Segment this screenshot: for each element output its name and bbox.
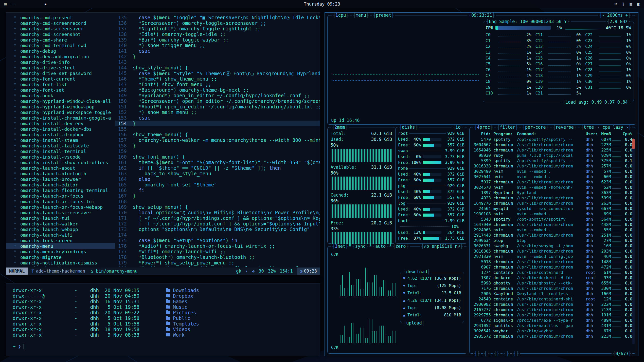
process-row[interactable]: 6907 chromium /usr/lib/chromium/chrom dh… (473, 264, 632, 270)
process-row[interactable]: 3016338 chromium /usr/lib/chromium/chrom… (473, 163, 632, 169)
tree-item[interactable]: * omarchy-launch-about (6, 165, 115, 171)
terminal-window[interactable]: drwxr-xr-x - dhh 20 Nov 09:15 Downloads … (6, 283, 320, 356)
tree-item[interactable]: * omarchy-lock-screen (6, 238, 115, 243)
tree-item[interactable]: * omarchy-menu-keybindings (6, 249, 115, 254)
header-memb[interactable]: MemB (599, 131, 611, 136)
workspace-button[interactable] (19, 4, 24, 4)
tree-item[interactable]: * omarchy-launch-wifi (6, 232, 115, 238)
process-row[interactable]: 5998 ghostty /usr/bin/ghostty --gtk- dhh… (473, 280, 632, 286)
workspace-button[interactable] (27, 4, 32, 4)
process-row[interactable]: 98930 ruby puma 7.1.0 (tcp://local dhh 9… (473, 153, 632, 158)
header-cpu[interactable]: Cpu% (622, 131, 632, 136)
process-row[interactable]: 24564 mysqld mysqld --max-connection 999… (473, 206, 632, 211)
process-row[interactable]: 5470 spotify /opt/spotify/spotify -- dhh… (473, 137, 632, 142)
io-tab[interactable]: io (452, 125, 464, 130)
auto-button[interactable]: auto (371, 244, 389, 249)
tree-item[interactable]: * omarchy-hyprland-window-pop (6, 104, 115, 109)
process-row[interactable]: 2935572 chromium /usr/lib/chromium/chrom… (473, 334, 632, 339)
process-row[interactable]: 2924063 nvim nvim --embed . dhh 55M 0.0 (473, 227, 632, 233)
network-icon[interactable]: ⇄ (614, 2, 617, 7)
tree-item[interactable]: * omarchy-install-steam (6, 137, 115, 143)
stats-icon[interactable]: ▦ (630, 2, 632, 7)
tree-item[interactable]: * omarchy-migrate (6, 254, 115, 260)
tree-item[interactable]: * omarchy-launch-tui (6, 215, 115, 221)
header-pid[interactable]: Pid: (473, 131, 491, 136)
tree-item[interactable]: * omarchy-pkg-add (6, 265, 115, 267)
menu-button[interactable]: menu (352, 13, 370, 18)
tree-item[interactable]: * omarchy-launch-bluetooth (6, 171, 115, 176)
tree-item[interactable]: * omarchy-launch-floating-terminal (6, 187, 115, 193)
disks-tab[interactable]: disks (398, 125, 419, 130)
process-row[interactable]: 1649776 chromium /usr/lib/chromium/chrom… (473, 201, 632, 206)
tree-item[interactable]: * omarchy-menu (6, 243, 115, 249)
footer-action-button[interactable] (503, 351, 510, 356)
process-row[interactable]: 1897 Hyprland Hyprland dhh 363M 0.0 (473, 190, 632, 195)
process-row[interactable]: 3026531 swaybg /usr/bin/swaybg -i /hom d… (473, 243, 632, 249)
process-row[interactable]: 3004667 chromium /usr/lib/chromium/chrom… (473, 142, 632, 147)
tree-item[interactable]: * omarchy-install-chromium-google-a (6, 115, 115, 121)
tree-item[interactable]: * omarchy-cmd-present (6, 15, 115, 20)
header-program[interactable]: Program: (493, 131, 517, 136)
tree-item[interactable]: * omarchy-launch-or-focus-webapp (6, 204, 115, 210)
tree-item[interactable]: * omarchy-debug (6, 48, 115, 54)
process-scrollbar[interactable] (632, 139, 635, 344)
process-row[interactable]: 2930982 chromium /usr/lib/chromium/chrom… (473, 302, 632, 307)
interval-plus-button[interactable]: + (625, 13, 628, 18)
tree-item[interactable]: * omarchy-dev-add-migration (6, 54, 115, 59)
tree-item[interactable]: * omarchy-drive-info (6, 59, 115, 65)
process-row[interactable]: 1930108 nvim nvim --embed . dhh 69M 0.0 (473, 211, 632, 217)
process-row[interactable]: 3026541 waybar /usr/bin/waybar dhh 67M 0… (473, 328, 632, 334)
tree-item[interactable]: * omarchy-drive-set-password (6, 70, 115, 76)
tree-item[interactable]: * omarchy-hyprland-workspace-toggle (6, 109, 115, 115)
tree-item[interactable]: * omarchy-launch-screensaver (6, 210, 115, 215)
tree-item[interactable]: * omarchy-cmd-screenshot (6, 31, 115, 37)
tree-item[interactable]: * omarchy-launch-or-focus-tui (6, 199, 115, 204)
tree-item[interactable]: * omarchy-notification-dismiss (6, 260, 115, 265)
tree-item[interactable]: * omarchy-cmd-screenrecord (6, 20, 115, 26)
process-row[interactable]: 24540 containe /usr/bin/containerd-shi r… (473, 296, 632, 302)
interval-minus-button[interactable]: - (602, 13, 604, 18)
process-row[interactable]: 3027641 nvim nvim --embed . dhh 60M 0.0 (473, 174, 632, 179)
header-command[interactable]: Command: (517, 131, 586, 136)
process-row[interactable]: 6772 signal-d /proc/self/exe --type=r dh… (473, 318, 632, 323)
process-row[interactable]: 2167277 chromium /usr/lib/chromium/chrom… (473, 307, 632, 312)
zero-button[interactable]: zero (391, 244, 409, 249)
code-editor[interactable]: 135 case $(menu "Toggle" "▣ Screensaver\… (115, 15, 320, 267)
sort-selector[interactable]: ‹ cpu lazy › (594, 125, 632, 130)
process-row[interactable]: 3029490 nvim nvim --embed . dhh 57M 0.0 (473, 169, 632, 174)
process-row[interactable]: 1274 containe /usr/bin/containerd root 6… (473, 270, 632, 275)
tree-item[interactable]: * omarchy-hyprland-window-close-all (6, 98, 115, 104)
tree-item[interactable]: * omarchy-install-dropbox (6, 132, 115, 137)
tree-item[interactable]: * omarchy-install-terminal (6, 148, 115, 154)
tree-item[interactable]: * omarchy-hook (6, 93, 115, 98)
footer-action-button[interactable] (483, 351, 491, 356)
filter-button[interactable]: filter (496, 125, 519, 130)
process-row[interactable]: 7176 chromium /usr/lib/chromium/chrom dh… (473, 286, 632, 291)
process-row[interactable]: 3016305 chromium /usr/lib/chromium/chrom… (473, 249, 632, 254)
volume-icon[interactable]: ◧ (637, 2, 640, 7)
reverse-button[interactable]: reverse (552, 125, 578, 130)
shell-prompt[interactable]: ~ ❯ (13, 343, 320, 349)
process-row[interactable]: 2006 Xwayland Xwayland :1 -rootless - dh… (473, 291, 632, 296)
process-row[interactable]: 2941052 nautilus /usr/bin/nautilus --gap… (473, 323, 632, 328)
footer-action-button[interactable] (493, 351, 500, 356)
tree-item[interactable]: * omarchy-install-docker-dbs (6, 126, 115, 132)
tree-item[interactable]: * omarchy-launch-walker (6, 221, 115, 226)
tree-item[interactable]: * omarchy-launch-browser (6, 176, 115, 182)
tree-item[interactable]: * omarchy-cmd-screensaver (6, 26, 115, 31)
footer-action-button[interactable] (512, 351, 520, 356)
process-row[interactable]: 3024578 nvim nvim --embed /home/dhh/ dhh… (473, 185, 632, 190)
tree-item[interactable]: * omarchy-cmd-share (6, 37, 115, 43)
tree-item[interactable]: * omarchy-cmd-terminal-cwd (6, 43, 115, 48)
footer-action-button[interactable] (473, 351, 481, 356)
process-row[interactable]: 2921330 nvim nvim --embed config.jso dhh… (473, 254, 632, 259)
per-core-button[interactable]: per-core (521, 125, 550, 130)
process-row[interactable]: 5017 chromium /usr/lib/chromium/chrom dh… (473, 179, 632, 185)
tree-item[interactable]: * omarchy-font-list (6, 82, 115, 87)
tree-item[interactable]: * omarchy-font-current (6, 76, 115, 82)
tree-item[interactable]: * omarchy-font-set (6, 87, 115, 93)
tree-item[interactable]: * omarchy-launch-editor (6, 182, 115, 187)
process-row[interactable]: 4923 chromium /usr/lib/chromium/chrom dh… (473, 195, 632, 201)
header-user[interactable]: User: (586, 131, 599, 136)
process-row[interactable]: 1654946 chromium /usr/lib/chromium/chrom… (473, 147, 632, 153)
